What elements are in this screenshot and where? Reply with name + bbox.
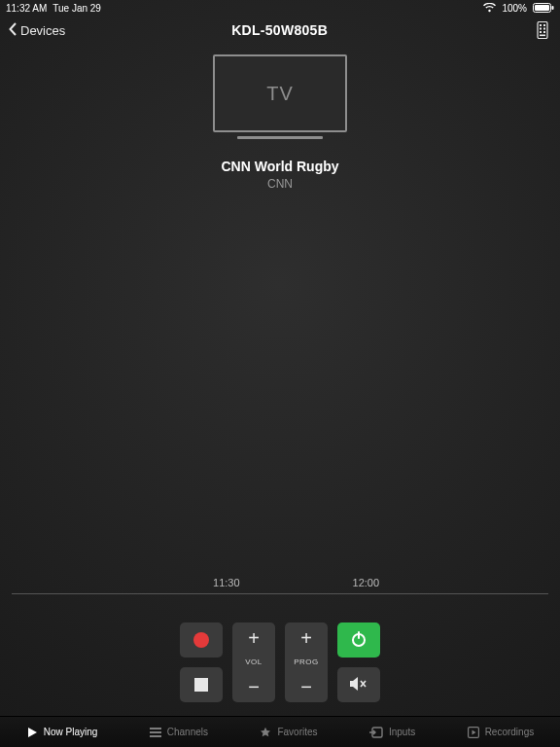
svg-rect-13 [150,728,161,729]
tab-channels[interactable]: Channels [150,727,208,738]
svg-rect-8 [540,31,542,33]
play-icon [26,727,38,738]
tab-label: Recordings [485,727,535,737]
list-icon [150,727,161,738]
program-label: PROG [294,658,319,666]
minus-icon: − [300,677,312,696]
stop-button[interactable] [180,667,223,702]
tab-favorites[interactable]: Favorites [260,727,317,738]
svg-rect-15 [150,735,161,737]
battery-percent: 100% [502,3,527,14]
record-icon [193,632,209,648]
tv-label: TV [266,83,294,105]
tab-now-playing[interactable]: Now Playing [26,727,98,738]
svg-rect-10 [540,35,545,37]
status-time: 11:32 AM [6,3,47,14]
svg-rect-9 [543,31,545,33]
star-icon [260,727,271,738]
tab-label: Favorites [277,727,317,737]
now-playing-info: CNN World Rugby CNN [0,159,560,191]
chevron-left-icon [8,21,18,40]
nav-bar: Devices KDL-50W805B [0,16,560,45]
program-channel: CNN [0,177,560,191]
power-icon [350,630,368,651]
volume-rocker[interactable]: + VOL − [232,622,275,702]
wifi-icon [483,3,496,13]
status-bar: 11:32 AM Tue Jan 29 100% [0,0,560,16]
svg-rect-7 [543,28,545,30]
plus-icon: + [300,628,312,648]
recordings-icon [468,727,479,738]
power-button[interactable] [337,622,380,658]
svg-rect-2 [552,6,554,10]
remote-controls: + VOL − + PROG − [0,622,560,702]
time-tick-1: 11:30 [213,577,240,588]
svg-rect-4 [540,24,542,26]
tab-bar: Now Playing Channels Favorites Inputs Re… [0,716,560,747]
tab-label: Channels [167,727,208,737]
record-button[interactable] [180,622,223,658]
svg-rect-12 [358,631,360,639]
volume-label: VOL [245,658,262,666]
tv-preview: TV [0,54,560,139]
mute-icon [349,675,368,694]
program-title: CNN World Rugby [0,159,560,174]
time-tick-2: 12:00 [353,577,380,588]
back-button[interactable]: Devices [8,21,65,40]
remote-icon[interactable] [537,21,548,39]
tv-stand-icon [237,136,323,139]
svg-rect-14 [150,731,161,733]
timeline[interactable]: 11:30 12:00 [12,593,548,594]
plus-icon: + [248,628,260,648]
mute-button[interactable] [337,667,380,702]
back-label: Devices [20,23,65,38]
svg-rect-1 [535,5,549,11]
tv-screen-icon: TV [213,54,347,132]
battery-icon [533,3,554,13]
tab-label: Now Playing [44,727,98,737]
program-rocker[interactable]: + PROG − [285,622,328,702]
page-title: KDL-50W805B [231,22,328,38]
input-icon [369,727,383,738]
status-date: Tue Jan 29 [52,3,101,14]
svg-rect-6 [540,28,542,30]
stop-icon [194,678,208,692]
tab-inputs[interactable]: Inputs [369,727,415,738]
svg-rect-5 [543,24,545,26]
tab-recordings[interactable]: Recordings [468,727,535,738]
minus-icon: − [248,677,260,696]
tab-label: Inputs [389,727,415,737]
